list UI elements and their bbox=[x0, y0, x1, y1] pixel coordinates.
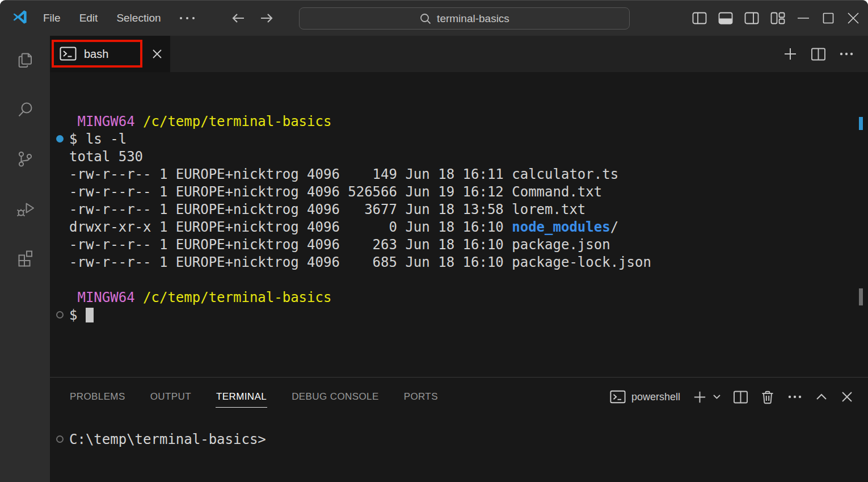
terminal-text: /c/temp/terminal-basics bbox=[135, 290, 332, 305]
terminal-line: -rw-r--r-- 1 EUROPE+nicktrog 4096 263 Ju… bbox=[69, 236, 868, 254]
terminal-line: MINGW64 /c/temp/terminal-basics bbox=[69, 289, 868, 307]
source-control-icon[interactable] bbox=[15, 149, 35, 169]
terminal-text: drwxr-xr-x 1 EUROPE+nicktrog 4096 0 Jun … bbox=[69, 219, 512, 235]
terminal-text: /c/temp/terminal-basics bbox=[135, 114, 332, 129]
layout-sidebar-left-icon[interactable] bbox=[692, 11, 707, 26]
customize-layout-icon[interactable] bbox=[770, 11, 785, 26]
terminal-line: $ bbox=[69, 307, 868, 324]
panel-new-terminal-icon[interactable] bbox=[692, 389, 707, 405]
command-decoration-outline[interactable] bbox=[56, 435, 64, 443]
terminal-text: -rw-r--r-- 1 EUROPE+nicktrog 4096 526566… bbox=[69, 184, 602, 200]
shell-label: powershell bbox=[631, 391, 680, 403]
panel-tabs: PROBLEMSOUTPUTTERMINALDEBUG CONSOLEPORTS bbox=[69, 387, 462, 408]
vscode-window: File Edit Selection terminal-basics bbox=[0, 0, 868, 482]
terminal-text: node_modules bbox=[512, 219, 610, 235]
editor-actions bbox=[782, 36, 868, 72]
terminal-line: drwxr-xr-x 1 EUROPE+nicktrog 4096 0 Jun … bbox=[69, 219, 868, 236]
tab-bash[interactable]: bash bbox=[50, 36, 170, 72]
split-terminal-icon[interactable] bbox=[733, 389, 748, 405]
terminal-text: MINGW64 bbox=[69, 290, 135, 305]
terminal-tab-icon bbox=[60, 47, 77, 61]
terminal-line: -rw-r--r-- 1 EUROPE+nicktrog 4096 685 Ju… bbox=[69, 254, 868, 271]
run-and-debug-icon[interactable] bbox=[15, 198, 35, 219]
search-value: terminal-basics bbox=[437, 12, 509, 25]
vscode-logo-icon bbox=[10, 9, 30, 28]
terminal-line: -rw-r--r-- 1 EUROPE+nicktrog 4096 526566… bbox=[69, 183, 868, 201]
menu-selection[interactable]: Selection bbox=[116, 12, 161, 24]
terminal-line: -rw-r--r-- 1 EUROPE+nicktrog 4096 3677 J… bbox=[69, 201, 868, 219]
kill-terminal-trash-icon[interactable] bbox=[760, 389, 775, 405]
terminal-line bbox=[69, 271, 868, 289]
terminal-line: -rw-r--r-- 1 EUROPE+nicktrog 4096 149 Ju… bbox=[69, 166, 868, 183]
layout-sidebar-right-icon[interactable] bbox=[744, 11, 759, 26]
terminal-line: C:\temp\terminal-basics> bbox=[69, 431, 868, 449]
history-navigation bbox=[230, 10, 275, 27]
panel-terminal[interactable]: C:\temp\terminal-basics> bbox=[50, 416, 868, 482]
terminal-text: -rw-r--r-- 1 EUROPE+nicktrog 4096 3677 J… bbox=[69, 202, 585, 217]
close-tab-icon[interactable] bbox=[151, 48, 163, 60]
command-decoration-outline[interactable] bbox=[56, 311, 64, 318]
editor-area: bash bbox=[50, 36, 868, 482]
panel-terminal-buffer: C:\temp\terminal-basics> bbox=[69, 431, 868, 449]
new-terminal-control bbox=[692, 389, 721, 405]
terminal-text: total 530 bbox=[69, 149, 143, 165]
terminal-line: $ ls -l bbox=[69, 131, 868, 148]
panel-actions: powershell bbox=[610, 389, 854, 405]
panel-header: PROBLEMSOUTPUTTERMINALDEBUG CONSOLEPORTS… bbox=[50, 378, 868, 416]
bottom-panel: PROBLEMSOUTPUTTERMINALDEBUG CONSOLEPORTS… bbox=[50, 377, 868, 482]
more-actions-icon[interactable] bbox=[838, 46, 854, 62]
panel-tab-problems[interactable]: PROBLEMS bbox=[69, 387, 126, 408]
terminal-profile-dropdown-icon[interactable] bbox=[713, 393, 721, 400]
new-terminal-icon[interactable] bbox=[782, 46, 798, 62]
overview-ruler-prompt-mark bbox=[859, 288, 863, 305]
terminal-text: $ bbox=[69, 307, 86, 323]
editor-tab-bar: bash bbox=[50, 36, 868, 72]
maximize-panel-icon[interactable] bbox=[815, 391, 828, 403]
close-window-icon[interactable] bbox=[846, 11, 860, 25]
layout-panel-icon[interactable] bbox=[718, 11, 733, 26]
maximize-icon[interactable] bbox=[821, 11, 835, 25]
terminal-text: -rw-r--r-- 1 EUROPE+nicktrog 4096 263 Ju… bbox=[69, 237, 610, 253]
terminal-line: total 530 bbox=[69, 148, 868, 166]
terminal-buffer: MINGW64 /c/temp/terminal-basics$ ls -lto… bbox=[69, 113, 868, 324]
overview-ruler-command-mark bbox=[859, 117, 863, 130]
terminal-line: MINGW64 /c/temp/terminal-basics bbox=[69, 113, 868, 131]
split-editor-icon[interactable] bbox=[811, 47, 826, 62]
terminal-editor[interactable]: MINGW64 /c/temp/terminal-basics$ ls -lto… bbox=[50, 72, 868, 377]
back-arrow-icon[interactable] bbox=[230, 10, 247, 27]
menubar: File Edit Selection bbox=[43, 12, 206, 24]
forward-arrow-icon[interactable] bbox=[258, 10, 275, 27]
terminal-cursor bbox=[86, 308, 94, 322]
terminal-text: $ ls -l bbox=[69, 131, 127, 147]
menu-edit[interactable]: Edit bbox=[79, 12, 98, 24]
panel-tab-ports[interactable]: PORTS bbox=[403, 387, 439, 408]
window-controls bbox=[692, 1, 860, 36]
terminal-text: MINGW64 bbox=[69, 114, 135, 129]
workbench: bash bbox=[0, 36, 868, 482]
tab-label: bash bbox=[84, 48, 108, 61]
terminal-text: C:\temp\terminal-basics> bbox=[69, 431, 266, 447]
terminal-shell-picker[interactable]: powershell bbox=[610, 390, 680, 404]
explorer-icon[interactable] bbox=[15, 50, 35, 70]
extensions-icon[interactable] bbox=[15, 248, 35, 268]
activity-bar bbox=[0, 36, 50, 482]
terminal-text: / bbox=[610, 219, 618, 235]
terminal-text: -rw-r--r-- 1 EUROPE+nicktrog 4096 149 Ju… bbox=[69, 166, 618, 182]
panel-tab-debug-console[interactable]: DEBUG CONSOLE bbox=[291, 387, 380, 408]
panel-more-actions-icon[interactable] bbox=[787, 389, 803, 405]
panel-tab-terminal[interactable]: TERMINAL bbox=[216, 387, 267, 408]
search-icon bbox=[419, 12, 432, 25]
more-menus-icon[interactable] bbox=[180, 17, 195, 19]
menu-file[interactable]: File bbox=[43, 12, 61, 24]
terminal-icon bbox=[610, 390, 626, 404]
panel-tab-output[interactable]: OUTPUT bbox=[150, 387, 192, 408]
titlebar: File Edit Selection terminal-basics bbox=[0, 1, 868, 36]
command-decoration-filled[interactable] bbox=[56, 135, 64, 142]
search-view-icon[interactable] bbox=[15, 99, 35, 120]
terminal-text: -rw-r--r-- 1 EUROPE+nicktrog 4096 685 Ju… bbox=[69, 254, 651, 270]
close-panel-icon[interactable] bbox=[840, 390, 854, 404]
command-center-search[interactable]: terminal-basics bbox=[299, 7, 630, 30]
minimize-icon[interactable] bbox=[797, 11, 810, 25]
